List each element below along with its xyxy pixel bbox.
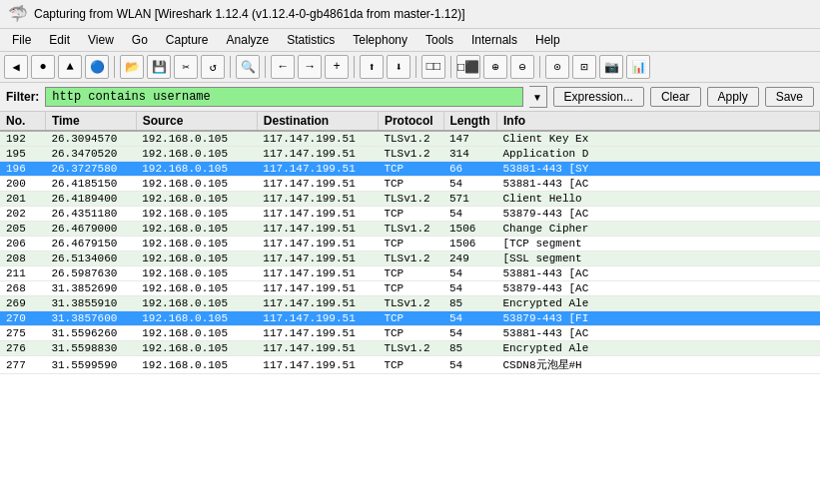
menu-item-internals[interactable]: Internals	[463, 31, 525, 49]
table-row[interactable]: 21126.5987630192.168.0.105117.147.199.51…	[0, 266, 820, 281]
menu-item-file[interactable]: File	[4, 31, 39, 49]
table-row[interactable]: 20226.4351180192.168.0.105117.147.199.51…	[0, 207, 820, 222]
toolbar-btn-4[interactable]: 📂	[120, 55, 144, 79]
cell-len: 249	[443, 252, 496, 266]
table-row[interactable]: 20126.4189400192.168.0.105117.147.199.51…	[0, 192, 820, 207]
table-row[interactable]: 26931.3855910192.168.0.105117.147.199.51…	[0, 296, 820, 311]
cell-len: 66	[443, 162, 496, 177]
cell-no: 196	[0, 162, 45, 177]
cell-info: Change Cipher	[497, 222, 820, 237]
toolbar-btn-9[interactable]: ←	[271, 55, 295, 79]
col-header-no[interactable]: No.	[0, 112, 45, 131]
toolbar-btn-13[interactable]: ⬇	[387, 55, 410, 79]
toolbar-btn-12[interactable]: ⬆	[360, 55, 384, 79]
cell-dst: 117.147.199.51	[257, 207, 378, 222]
cell-time: 31.5596260	[45, 326, 136, 341]
cell-len: 54	[443, 281, 496, 296]
table-row[interactable]: 27731.5599590192.168.0.105117.147.199.51…	[0, 356, 820, 374]
cell-time: 26.5987630	[45, 266, 136, 281]
toolbar-btn-8[interactable]: 🔍	[236, 55, 260, 79]
packet-table: No. Time Source Destination Protocol Len…	[0, 112, 820, 374]
cell-dst: 117.147.199.51	[257, 326, 378, 341]
filter-input[interactable]	[45, 87, 522, 107]
table-row[interactable]: 19626.3727580192.168.0.105117.147.199.51…	[0, 162, 820, 177]
toolbar-btn-3[interactable]: 🔵	[85, 55, 109, 79]
table-row[interactable]: 20026.4185150192.168.0.105117.147.199.51…	[0, 177, 820, 192]
table-row[interactable]: 19526.3470520192.168.0.105117.147.199.51…	[0, 147, 820, 162]
cell-proto: TCP	[378, 237, 443, 252]
cell-time: 26.4351180	[45, 207, 136, 222]
title-text: Capturing from WLAN [Wireshark 1.12.4 (v…	[34, 7, 465, 21]
cell-src: 192.168.0.105	[136, 177, 257, 192]
toolbar-btn-1[interactable]: ●	[31, 55, 55, 79]
menu-item-edit[interactable]: Edit	[41, 31, 78, 49]
toolbar-btn-11[interactable]: +	[325, 55, 349, 79]
table-row[interactable]: 26831.3852690192.168.0.105117.147.199.51…	[0, 281, 820, 296]
toolbar-btn-extra-7[interactable]: 📊	[626, 55, 650, 79]
menu-item-analyze[interactable]: Analyze	[219, 31, 278, 49]
table-row[interactable]: 27031.3857600192.168.0.105117.147.199.51…	[0, 311, 820, 326]
cell-info: 53879-443 [FI	[497, 311, 820, 326]
expression-button[interactable]: Expression...	[553, 87, 644, 107]
menu-item-tools[interactable]: Tools	[417, 31, 461, 49]
toolbar-btn-5[interactable]: 💾	[147, 55, 171, 79]
toolbar-btn-2[interactable]: ▲	[58, 55, 82, 79]
col-header-length[interactable]: Length	[443, 112, 496, 131]
cell-time: 31.3852690	[45, 281, 136, 296]
col-header-info[interactable]: Info	[497, 112, 820, 131]
toolbar-btn-extra-2[interactable]: ⊕	[483, 55, 507, 79]
menu-item-go[interactable]: Go	[124, 31, 156, 49]
toolbar-btn-extra-0[interactable]: □□	[421, 55, 445, 79]
cell-len: 1506	[443, 237, 496, 252]
cell-proto: TCP	[378, 281, 443, 296]
clear-button[interactable]: Clear	[650, 87, 701, 107]
col-header-destination[interactable]: Destination	[257, 112, 378, 131]
menu-item-view[interactable]: View	[80, 31, 122, 49]
col-header-time[interactable]: Time	[45, 112, 136, 131]
menu-item-statistics[interactable]: Statistics	[279, 31, 343, 49]
toolbar-btn-7[interactable]: ↺	[201, 55, 225, 79]
toolbar: ◀●▲🔵📂💾✂↺🔍←→+⬆⬇□□□⬛⊕⊖⊙⊡📷📊	[0, 52, 820, 83]
cell-proto: TCP	[378, 266, 443, 281]
cell-info: 53879-443 [AC	[497, 281, 820, 296]
table-row[interactable]: 20626.4679150192.168.0.105117.147.199.51…	[0, 237, 820, 252]
table-row[interactable]: 20826.5134060192.168.0.105117.147.199.51…	[0, 252, 820, 266]
save-button[interactable]: Save	[765, 87, 814, 107]
apply-button[interactable]: Apply	[707, 87, 759, 107]
toolbar-btn-0[interactable]: ◀	[4, 55, 28, 79]
toolbar-btn-extra-4[interactable]: ⊙	[545, 55, 569, 79]
cell-len: 54	[443, 326, 496, 341]
packet-tbody: 19226.3094570192.168.0.105117.147.199.51…	[0, 131, 820, 374]
cell-info: 53879-443 [AC	[497, 207, 820, 222]
menu-item-help[interactable]: Help	[527, 31, 568, 49]
cell-time: 26.4679150	[45, 237, 136, 252]
filter-bar: Filter: ▼ Expression... Clear Apply Save	[0, 83, 820, 112]
toolbar-btn-6[interactable]: ✂	[174, 55, 198, 79]
filter-dropdown-btn[interactable]: ▼	[529, 86, 547, 108]
toolbar-btn-10[interactable]: →	[298, 55, 322, 79]
cell-info: CSDN8元泡星#H	[497, 356, 820, 374]
toolbar-separator-8	[265, 56, 266, 78]
cell-dst: 117.147.199.51	[257, 162, 378, 177]
col-header-protocol[interactable]: Protocol	[378, 112, 443, 131]
menu-item-capture[interactable]: Capture	[158, 31, 217, 49]
cell-info: 53881-443 [AC	[497, 177, 820, 192]
toolbar-separator-11	[354, 56, 355, 78]
menu-item-telephony[interactable]: Telephony	[345, 31, 415, 49]
table-row[interactable]: 20526.4679000192.168.0.105117.147.199.51…	[0, 222, 820, 237]
table-row[interactable]: 27631.5598830192.168.0.105117.147.199.51…	[0, 341, 820, 356]
cell-len: 314	[443, 147, 496, 162]
toolbar-btn-extra-5[interactable]: ⊡	[572, 55, 596, 79]
cell-no: 205	[0, 222, 45, 237]
toolbar-btn-extra-1[interactable]: □⬛	[456, 55, 480, 79]
cell-proto: TCP	[378, 326, 443, 341]
col-header-source[interactable]: Source	[136, 112, 257, 131]
toolbar-separator-3	[114, 56, 115, 78]
cell-dst: 117.147.199.51	[257, 296, 378, 311]
toolbar-btn-extra-6[interactable]: 📷	[599, 55, 623, 79]
table-row[interactable]: 19226.3094570192.168.0.105117.147.199.51…	[0, 131, 820, 147]
toolbar-btn-extra-3[interactable]: ⊖	[510, 55, 534, 79]
cell-src: 192.168.0.105	[136, 147, 257, 162]
table-row[interactable]: 27531.5596260192.168.0.105117.147.199.51…	[0, 326, 820, 341]
toolbar-separator-13	[415, 56, 416, 78]
